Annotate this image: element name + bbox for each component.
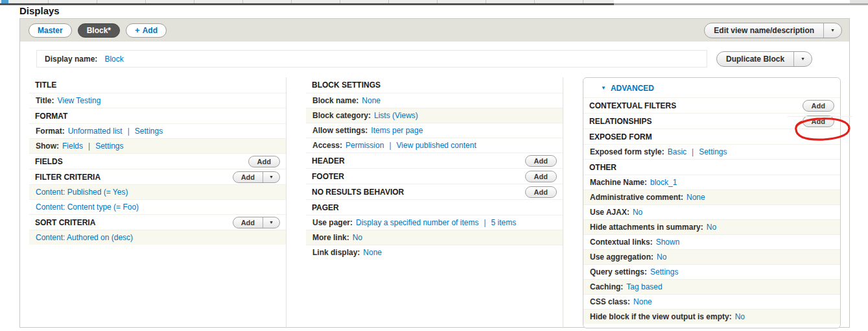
exposed-form-style-link[interactable]: Basic: [668, 147, 686, 156]
sort-item-row: Content: Authored on (desc): [29, 230, 286, 245]
format-settings-link[interactable]: Settings: [135, 127, 163, 136]
pipe-separator: |: [692, 147, 694, 156]
advanced-toggle[interactable]: ▼ ADVANCED: [583, 78, 840, 97]
query-settings-label: Query settings:: [590, 267, 647, 276]
section-no-results-label: NO RESULTS BEHAVIOR: [312, 188, 404, 197]
section-contextual-label: CONTEXTUAL FILTERS: [589, 101, 676, 110]
use-pager-link[interactable]: Display a specified number of items: [356, 218, 478, 227]
show-value-link[interactable]: Fields: [62, 141, 83, 151]
filter-content-type-link[interactable]: Content: Content type (= Foo): [36, 202, 139, 212]
allow-settings-row: Allow settings: Items per page: [306, 123, 563, 138]
add-filter-label[interactable]: Add: [233, 172, 263, 182]
show-settings-link[interactable]: Settings: [95, 141, 123, 151]
exposed-form-style-row: Exposed form style: Basic | Settings: [583, 144, 840, 159]
duplicate-block-label[interactable]: Duplicate Block: [717, 52, 793, 66]
access-permission-link[interactable]: Permission: [346, 141, 384, 150]
hide-block-link[interactable]: No: [735, 312, 745, 321]
section-header: HEADER Add: [306, 153, 563, 168]
allow-settings-label: Allow settings:: [312, 126, 368, 135]
edit-view-dropdown-toggle[interactable]: ▼: [823, 23, 841, 38]
title-row: Title: View Testing: [29, 93, 286, 108]
chevron-down-icon: ▼: [269, 220, 274, 225]
section-format-label: FORMAT: [35, 112, 67, 121]
block-category-label: Block category:: [312, 111, 371, 120]
machine-name-link[interactable]: block_1: [650, 178, 677, 187]
display-name-label: Display name:: [45, 55, 97, 64]
hide-block-row: Hide block if the view output is empty: …: [583, 309, 840, 324]
block-category-link[interactable]: Lists (Views): [374, 111, 418, 120]
machine-name-label: Machine Name:: [590, 178, 647, 187]
link-display-link[interactable]: None: [363, 248, 382, 257]
section-footer-label: FOOTER: [312, 172, 344, 181]
section-other-label: OTHER: [589, 163, 616, 172]
section-title: TITLE: [29, 77, 286, 93]
use-aggregation-link[interactable]: No: [657, 252, 666, 262]
show-label: Show:: [36, 141, 59, 151]
browser-chrome-strip: [0, 0, 868, 5]
css-class-link[interactable]: None: [633, 297, 652, 306]
add-no-results-button[interactable]: Add: [525, 186, 557, 198]
title-value-link[interactable]: View Testing: [57, 96, 100, 105]
hide-block-label: Hide block if the view output is empty:: [590, 312, 732, 321]
admin-comment-label: Administrative comment:: [590, 193, 683, 202]
tab-block[interactable]: Block*: [78, 23, 120, 38]
chrome-divider-light: [614, 3, 868, 5]
collapse-arrow-icon: ▼: [601, 86, 606, 91]
allow-settings-link[interactable]: Items per page: [371, 126, 423, 135]
block-name-link[interactable]: None: [362, 96, 381, 105]
caching-link[interactable]: Tag based: [626, 282, 662, 291]
use-ajax-link[interactable]: No: [633, 208, 642, 217]
access-label: Access:: [312, 141, 342, 150]
more-link-link[interactable]: No: [353, 233, 362, 242]
css-class-label: CSS class:: [590, 297, 630, 306]
display-name-bar: Display name: Block: [36, 50, 707, 67]
add-relationship-button[interactable]: Add: [803, 116, 834, 127]
tab-master[interactable]: Master: [29, 23, 72, 38]
duplicate-dropdown-toggle[interactable]: ▼: [793, 52, 812, 66]
add-sort-dropdown-toggle[interactable]: ▼: [263, 217, 279, 228]
use-aggregation-row: Use aggregation: No: [583, 249, 840, 264]
format-label: Format:: [36, 127, 65, 136]
add-sort-button: Add ▼: [233, 217, 280, 228]
access-view-published-link[interactable]: View published content: [397, 141, 476, 150]
section-sort-label: SORT CRITERIA: [35, 218, 95, 227]
pipe-separator: |: [88, 141, 90, 151]
more-link-label: More link:: [312, 233, 349, 242]
block-name-label: Block name:: [312, 96, 358, 105]
sort-authored-link[interactable]: Content: Authored on (desc): [36, 233, 133, 242]
format-value-link[interactable]: Unformatted list: [68, 127, 123, 136]
show-row: Show: Fields | Settings: [29, 138, 286, 153]
plus-icon: +: [135, 27, 140, 34]
add-fields-button[interactable]: Add: [248, 156, 280, 167]
add-display-button[interactable]: + Add: [126, 23, 167, 38]
exposed-form-settings-link[interactable]: Settings: [699, 147, 727, 156]
use-ajax-label: Use AJAX:: [590, 208, 629, 217]
contextual-links-link[interactable]: Shown: [656, 238, 680, 247]
hide-attachments-link[interactable]: No: [707, 223, 716, 232]
display-name-link[interactable]: Block: [104, 55, 123, 64]
hide-attachments-row: Hide attachments in summary: No: [583, 219, 840, 234]
section-block-settings-label: BLOCK SETTINGS: [312, 80, 381, 90]
section-relationships: RELATIONSHIPS Add: [583, 113, 840, 129]
add-header-button[interactable]: Add: [525, 155, 557, 167]
contextual-links-row: Contextual links: Shown: [583, 234, 840, 249]
edit-view-name-label[interactable]: Edit view name/description: [705, 23, 823, 38]
section-fields-label: FIELDS: [35, 157, 63, 166]
add-contextual-filter-button[interactable]: Add: [803, 100, 834, 112]
add-footer-button[interactable]: Add: [525, 171, 557, 182]
query-settings-link[interactable]: Settings: [650, 267, 678, 276]
section-no-results: NO RESULTS BEHAVIOR Add: [306, 184, 563, 199]
exposed-form-style-label: Exposed form style:: [590, 147, 664, 156]
add-sort-label[interactable]: Add: [233, 217, 263, 228]
section-header-label: HEADER: [312, 156, 345, 166]
add-filter-dropdown-toggle[interactable]: ▼: [263, 172, 279, 182]
section-pager: PAGER: [306, 199, 563, 215]
filter-published-link[interactable]: Content: Published (= Yes): [36, 188, 128, 197]
link-display-row: Link display: None: [306, 245, 563, 260]
use-pager-label: Use pager:: [312, 218, 353, 227]
admin-comment-link[interactable]: None: [686, 193, 705, 202]
duplicate-block-button: Duplicate Block ▼: [716, 51, 812, 67]
chevron-down-icon: ▼: [830, 28, 835, 32]
contextual-links-label: Contextual links:: [590, 238, 653, 247]
pager-items-link[interactable]: 5 items: [491, 218, 517, 227]
